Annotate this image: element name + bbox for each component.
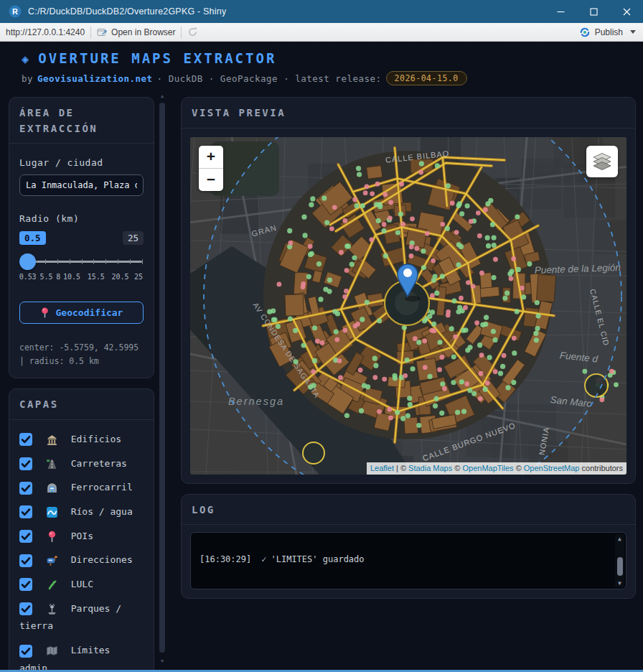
scroll-down-arrow[interactable]: ▼	[159, 658, 166, 664]
geocode-button[interactable]: Geocodificar	[19, 302, 144, 324]
radius-slider[interactable]	[21, 253, 142, 271]
layer-label: Carreteras	[71, 458, 127, 469]
place-input[interactable]	[19, 174, 144, 196]
radius-label: Radio (km)	[19, 213, 144, 224]
layer-row-rios-agua[interactable]: Ríos / agua	[19, 503, 144, 521]
layer-row-pois[interactable]: POIs	[19, 528, 144, 546]
log-console[interactable]: [16:30:29]✓'LIMITES' guardado [16:30:30]…	[190, 532, 626, 589]
round-pushpin-icon	[40, 307, 50, 318]
log-lines: [16:30:29]✓'LIMITES' guardado [16:30:30]…	[191, 532, 626, 589]
page-scrollbar[interactable]: ▲ ▼	[159, 93, 166, 666]
extraction-title: ÁREA DE EXTRACCIÓN	[9, 98, 154, 144]
release-badge: 2026-04-15.0	[386, 71, 467, 85]
separator	[90, 27, 91, 38]
scrollbar-thumb[interactable]	[159, 103, 165, 653]
layer-row-carreteras[interactable]: Carreteras	[19, 455, 144, 473]
minimize-button[interactable]	[544, 0, 577, 23]
byline-rest: · DuckDB · GeoPackage · latest release:	[157, 73, 382, 84]
byline-prefix: by	[22, 73, 33, 84]
zoom-in-button[interactable]: +	[199, 146, 223, 168]
center-coordinates: center: -5.5759, 42.5995 | radius: 0.5 k…	[19, 341, 144, 368]
leaflet-link[interactable]: Leaflet	[370, 464, 394, 472]
slider-tick	[105, 259, 106, 264]
sidebar: ÁREA DE EXTRACCIÓN Lugar / ciudad Radio …	[9, 97, 154, 670]
map-canvas[interactable]: CALLE BILBAOGRANPuente de la LegiónCALLE…	[190, 137, 626, 475]
scroll-up-arrow[interactable]: ▲	[615, 534, 624, 543]
slider-value-badge: 0.5	[19, 231, 46, 245]
publish-label: Publish	[595, 27, 623, 37]
layers-title: CAPAS	[9, 389, 154, 420]
map-icon	[46, 645, 58, 657]
publish-icon	[579, 27, 591, 38]
layer-label: Límites admin.	[19, 645, 110, 670]
checkbox-checked-icon[interactable]	[19, 482, 32, 495]
metro-icon	[46, 482, 58, 494]
wave-icon	[46, 506, 58, 518]
shiny-app: ◈OVERTURE MAPS EXTRACTOR by Geovisualiza…	[0, 42, 643, 670]
window-title: C:/R/DuckDB/DuckDB2/Overture2GPKG - Shin…	[28, 6, 226, 17]
publish-dropdown-caret[interactable]	[630, 30, 636, 34]
zoom-out-button[interactable]: −	[199, 169, 223, 191]
checkbox-checked-icon[interactable]	[19, 602, 32, 615]
openmaptiles-link[interactable]: OpenMapTiles	[462, 464, 513, 472]
scroll-down-arrow[interactable]: ▼	[615, 579, 624, 587]
slider-tick	[70, 259, 70, 264]
layer-row-lulc[interactable]: LULC	[19, 576, 144, 594]
stadia-link[interactable]: Stadia Maps	[408, 464, 452, 472]
layer-row-direcciones[interactable]: Direcciones	[19, 551, 144, 569]
slider-tick	[82, 259, 83, 264]
slider-tick	[130, 259, 131, 264]
preview-title: VISTA PREVIA	[182, 98, 635, 129]
openstreetmap-link[interactable]: OpenStreetMap	[524, 464, 580, 472]
geovisualization-link[interactable]: Geovisualization.net	[37, 73, 153, 84]
layer-label: Direcciones	[71, 554, 133, 565]
road-icon	[46, 458, 58, 470]
layer-row-parques[interactable]: Parques / tierra	[19, 600, 144, 635]
checkbox-checked-icon[interactable]	[19, 505, 32, 518]
layer-row-ferrocarril[interactable]: Ferrocarril	[19, 479, 144, 497]
checkbox-checked-icon[interactable]	[19, 530, 32, 543]
r-logo-icon: R	[9, 5, 22, 18]
scrollbar-thumb[interactable]	[617, 557, 623, 576]
checkbox-checked-icon[interactable]	[19, 578, 32, 591]
slider-tick	[142, 259, 143, 264]
zoom-control: + −	[199, 146, 223, 191]
layer-label: POIs	[71, 531, 93, 541]
slider-handle[interactable]	[19, 253, 36, 270]
open-in-browser-label: Open in Browser	[111, 27, 175, 37]
scroll-up-arrow[interactable]: ▲	[159, 93, 166, 99]
layers-icon	[592, 151, 612, 172]
publish-button[interactable]: Publish	[579, 27, 636, 38]
mailbox-icon	[46, 554, 58, 566]
maximize-button[interactable]	[577, 0, 610, 23]
checkbox-checked-icon[interactable]	[19, 554, 32, 567]
checkbox-checked-icon[interactable]	[19, 457, 32, 470]
layers-control-button[interactable]	[586, 146, 618, 177]
slider-tick	[45, 259, 46, 264]
close-button[interactable]	[610, 0, 643, 23]
checkbox-checked-icon[interactable]	[19, 645, 32, 658]
log-scrollbar[interactable]: ▲ ▼	[615, 534, 624, 587]
map-attribution: Leaflet | © Stadia Maps © OpenMapTiles ©…	[367, 462, 626, 475]
check-icon: ✓	[261, 554, 266, 564]
refresh-icon[interactable]	[187, 27, 198, 37]
layers-card: CAPAS Edificios Carreteras	[9, 388, 154, 670]
slider-max-badge: 25	[123, 231, 144, 245]
title-bar: R C:/R/DuckDB/DuckDB2/Overture2GPKG - Sh…	[0, 0, 643, 23]
app-window: R C:/R/DuckDB/DuckDB2/Overture2GPKG - Sh…	[0, 0, 643, 672]
slider-tick-labels: 0.5 3 5.5 8 10.5 15.5 20.5 25	[21, 273, 142, 283]
slider-tick	[118, 259, 118, 264]
leaflet-map[interactable]: CALLE BILBAOGRANPuente de la LegiónCALLE…	[190, 137, 626, 475]
checkbox-checked-icon[interactable]	[19, 433, 32, 446]
open-in-browser-button[interactable]: Open in Browser	[97, 27, 175, 37]
slider-tick	[93, 259, 94, 264]
url-text: http://127.0.0.1:4240	[6, 27, 85, 37]
building-icon	[46, 434, 58, 446]
svg-text:R: R	[12, 7, 18, 16]
place-label: Lugar / ciudad	[19, 157, 144, 168]
diamond-icon: ◈	[22, 52, 31, 66]
layer-row-limites[interactable]: Límites admin.	[19, 642, 144, 670]
geocode-label: Geocodificar	[56, 307, 123, 318]
park-icon	[46, 603, 58, 615]
layer-row-edificios[interactable]: Edificios	[19, 431, 144, 449]
